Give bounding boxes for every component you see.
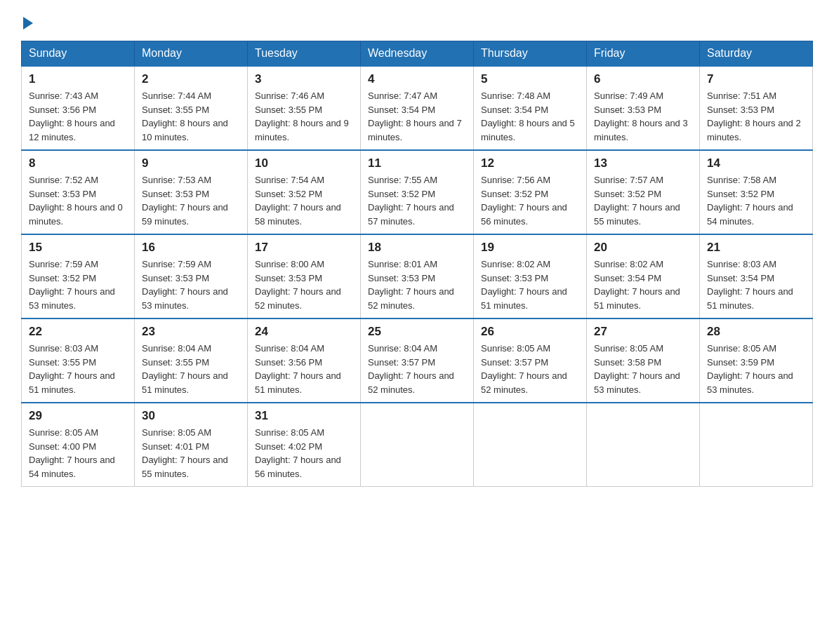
calendar-table: SundayMondayTuesdayWednesdayThursdayFrid… xyxy=(21,41,813,487)
day-number: 22 xyxy=(29,325,127,339)
day-number: 4 xyxy=(368,72,466,86)
calendar-cell: 22Sunrise: 8:03 AMSunset: 3:55 PMDayligh… xyxy=(22,318,135,403)
column-header-saturday: Saturday xyxy=(700,41,813,67)
week-row-5: 29Sunrise: 8:05 AMSunset: 4:00 PMDayligh… xyxy=(22,403,813,487)
day-info: Sunrise: 8:01 AMSunset: 3:53 PMDaylight:… xyxy=(368,257,466,312)
column-header-wednesday: Wednesday xyxy=(361,41,474,67)
day-number: 13 xyxy=(594,156,692,170)
week-row-2: 8Sunrise: 7:52 AMSunset: 3:53 PMDaylight… xyxy=(22,150,813,234)
day-number: 23 xyxy=(142,325,240,339)
day-number: 2 xyxy=(142,72,240,86)
week-row-3: 15Sunrise: 7:59 AMSunset: 3:52 PMDayligh… xyxy=(22,234,813,318)
column-header-monday: Monday xyxy=(135,41,248,67)
day-number: 19 xyxy=(481,241,579,255)
day-info: Sunrise: 7:47 AMSunset: 3:54 PMDaylight:… xyxy=(368,89,466,144)
week-row-4: 22Sunrise: 8:03 AMSunset: 3:55 PMDayligh… xyxy=(22,318,813,403)
day-info: Sunrise: 8:05 AMSunset: 3:58 PMDaylight:… xyxy=(594,342,692,396)
day-number: 30 xyxy=(142,409,240,423)
day-info: Sunrise: 8:02 AMSunset: 3:54 PMDaylight:… xyxy=(594,257,692,312)
day-number: 27 xyxy=(594,325,692,339)
calendar-cell: 8Sunrise: 7:52 AMSunset: 3:53 PMDaylight… xyxy=(22,150,135,234)
calendar-cell: 26Sunrise: 8:05 AMSunset: 3:57 PMDayligh… xyxy=(474,318,587,403)
calendar-cell: 14Sunrise: 7:58 AMSunset: 3:52 PMDayligh… xyxy=(700,150,813,234)
column-header-thursday: Thursday xyxy=(474,41,587,67)
day-info: Sunrise: 7:55 AMSunset: 3:52 PMDaylight:… xyxy=(368,173,466,228)
day-info: Sunrise: 7:57 AMSunset: 3:52 PMDaylight:… xyxy=(594,173,692,228)
calendar-cell: 28Sunrise: 8:05 AMSunset: 3:59 PMDayligh… xyxy=(700,318,813,403)
day-info: Sunrise: 7:54 AMSunset: 3:52 PMDaylight:… xyxy=(255,173,353,228)
day-number: 29 xyxy=(29,409,127,423)
calendar-cell: 18Sunrise: 8:01 AMSunset: 3:53 PMDayligh… xyxy=(361,234,474,318)
day-info: Sunrise: 8:04 AMSunset: 3:55 PMDaylight:… xyxy=(142,342,240,396)
calendar-cell: 27Sunrise: 8:05 AMSunset: 3:58 PMDayligh… xyxy=(587,318,700,403)
day-info: Sunrise: 8:03 AMSunset: 3:54 PMDaylight:… xyxy=(707,257,805,312)
calendar-cell: 13Sunrise: 7:57 AMSunset: 3:52 PMDayligh… xyxy=(587,150,700,234)
day-info: Sunrise: 7:56 AMSunset: 3:52 PMDaylight:… xyxy=(481,173,579,228)
calendar-cell: 23Sunrise: 8:04 AMSunset: 3:55 PMDayligh… xyxy=(135,318,248,403)
day-info: Sunrise: 8:05 AMSunset: 4:01 PMDaylight:… xyxy=(142,426,240,481)
day-info: Sunrise: 7:51 AMSunset: 3:53 PMDaylight:… xyxy=(707,89,805,144)
calendar-cell: 16Sunrise: 7:59 AMSunset: 3:53 PMDayligh… xyxy=(135,234,248,318)
day-number: 20 xyxy=(594,241,692,255)
day-number: 25 xyxy=(368,325,466,339)
day-info: Sunrise: 8:04 AMSunset: 3:57 PMDaylight:… xyxy=(368,342,466,396)
calendar-cell xyxy=(361,403,474,487)
calendar-cell: 1Sunrise: 7:43 AMSunset: 3:56 PMDaylight… xyxy=(22,66,135,150)
calendar-cell xyxy=(474,403,587,487)
day-info: Sunrise: 7:58 AMSunset: 3:52 PMDaylight:… xyxy=(707,173,805,228)
day-info: Sunrise: 8:00 AMSunset: 3:53 PMDaylight:… xyxy=(255,257,353,312)
day-number: 7 xyxy=(707,72,805,86)
column-header-tuesday: Tuesday xyxy=(248,41,361,67)
day-info: Sunrise: 7:44 AMSunset: 3:55 PMDaylight:… xyxy=(142,89,240,144)
calendar-cell: 2Sunrise: 7:44 AMSunset: 3:55 PMDaylight… xyxy=(135,66,248,150)
day-info: Sunrise: 7:52 AMSunset: 3:53 PMDaylight:… xyxy=(29,173,127,228)
day-info: Sunrise: 8:05 AMSunset: 3:59 PMDaylight:… xyxy=(707,342,805,396)
column-header-friday: Friday xyxy=(587,41,700,67)
day-info: Sunrise: 7:59 AMSunset: 3:53 PMDaylight:… xyxy=(142,257,240,312)
calendar-cell xyxy=(700,403,813,487)
calendar-header-row: SundayMondayTuesdayWednesdayThursdayFrid… xyxy=(22,41,813,67)
day-number: 3 xyxy=(255,72,353,86)
day-number: 31 xyxy=(255,409,353,423)
day-number: 17 xyxy=(255,241,353,255)
logo xyxy=(21,14,33,29)
calendar-cell: 29Sunrise: 8:05 AMSunset: 4:00 PMDayligh… xyxy=(22,403,135,487)
day-number: 16 xyxy=(142,241,240,255)
page-header xyxy=(21,14,813,29)
day-number: 14 xyxy=(707,156,805,170)
day-info: Sunrise: 7:43 AMSunset: 3:56 PMDaylight:… xyxy=(29,89,127,144)
day-info: Sunrise: 7:48 AMSunset: 3:54 PMDaylight:… xyxy=(481,89,579,144)
day-info: Sunrise: 8:05 AMSunset: 4:02 PMDaylight:… xyxy=(255,426,353,481)
day-number: 9 xyxy=(142,156,240,170)
day-number: 18 xyxy=(368,241,466,255)
day-info: Sunrise: 8:03 AMSunset: 3:55 PMDaylight:… xyxy=(29,342,127,396)
day-number: 21 xyxy=(707,241,805,255)
day-number: 11 xyxy=(368,156,466,170)
day-number: 1 xyxy=(29,72,127,86)
calendar-cell: 5Sunrise: 7:48 AMSunset: 3:54 PMDaylight… xyxy=(474,66,587,150)
calendar-cell: 3Sunrise: 7:46 AMSunset: 3:55 PMDaylight… xyxy=(248,66,361,150)
day-info: Sunrise: 8:02 AMSunset: 3:53 PMDaylight:… xyxy=(481,257,579,312)
day-number: 26 xyxy=(481,325,579,339)
column-header-sunday: Sunday xyxy=(22,41,135,67)
day-number: 12 xyxy=(481,156,579,170)
calendar-cell: 24Sunrise: 8:04 AMSunset: 3:56 PMDayligh… xyxy=(248,318,361,403)
day-info: Sunrise: 8:05 AMSunset: 4:00 PMDaylight:… xyxy=(29,426,127,481)
calendar-cell: 11Sunrise: 7:55 AMSunset: 3:52 PMDayligh… xyxy=(361,150,474,234)
day-number: 6 xyxy=(594,72,692,86)
calendar-cell: 21Sunrise: 8:03 AMSunset: 3:54 PMDayligh… xyxy=(700,234,813,318)
calendar-cell: 17Sunrise: 8:00 AMSunset: 3:53 PMDayligh… xyxy=(248,234,361,318)
day-number: 8 xyxy=(29,156,127,170)
calendar-cell: 6Sunrise: 7:49 AMSunset: 3:53 PMDaylight… xyxy=(587,66,700,150)
calendar-cell: 15Sunrise: 7:59 AMSunset: 3:52 PMDayligh… xyxy=(22,234,135,318)
logo-arrow-icon xyxy=(23,17,33,29)
calendar-cell: 4Sunrise: 7:47 AMSunset: 3:54 PMDaylight… xyxy=(361,66,474,150)
calendar-cell: 12Sunrise: 7:56 AMSunset: 3:52 PMDayligh… xyxy=(474,150,587,234)
day-info: Sunrise: 7:46 AMSunset: 3:55 PMDaylight:… xyxy=(255,89,353,144)
calendar-cell: 30Sunrise: 8:05 AMSunset: 4:01 PMDayligh… xyxy=(135,403,248,487)
calendar-cell: 31Sunrise: 8:05 AMSunset: 4:02 PMDayligh… xyxy=(248,403,361,487)
day-info: Sunrise: 7:53 AMSunset: 3:53 PMDaylight:… xyxy=(142,173,240,228)
calendar-cell: 20Sunrise: 8:02 AMSunset: 3:54 PMDayligh… xyxy=(587,234,700,318)
day-info: Sunrise: 7:49 AMSunset: 3:53 PMDaylight:… xyxy=(594,89,692,144)
calendar-cell: 10Sunrise: 7:54 AMSunset: 3:52 PMDayligh… xyxy=(248,150,361,234)
